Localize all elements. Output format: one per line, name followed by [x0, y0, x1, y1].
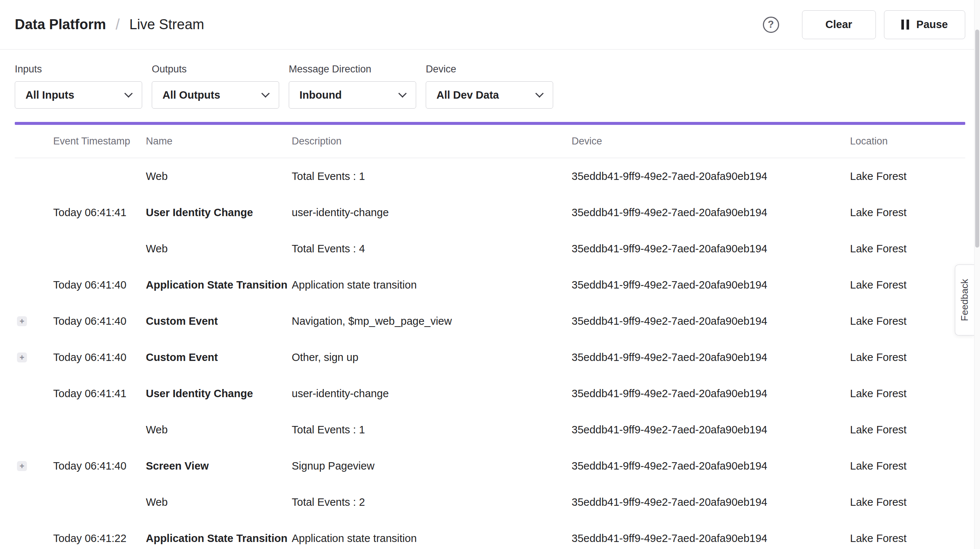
table-row[interactable]: + Web Total Events : 2 35eddb41-9ff9-49e…	[15, 484, 965, 520]
column-header-description: Description	[292, 136, 572, 147]
event-device: 35eddb41-9ff9-49e2-7aed-20afa90eb194	[572, 424, 850, 436]
accent-divider	[15, 122, 965, 125]
event-timestamp: Today 06:41:40	[53, 351, 146, 364]
message-direction-select[interactable]: Inbound	[289, 81, 416, 109]
event-device: 35eddb41-9ff9-49e2-7aed-20afa90eb194	[572, 460, 850, 472]
event-description: Application state transition	[292, 279, 572, 291]
breadcrumb-data-platform[interactable]: Data Platform	[15, 17, 106, 32]
event-device: 35eddb41-9ff9-49e2-7aed-20afa90eb194	[572, 279, 850, 291]
event-name: User Identity Change	[146, 206, 292, 219]
table-row[interactable]: + Web Total Events : 1 35eddb41-9ff9-49e…	[15, 158, 965, 194]
header-actions: ? Clear Pause	[763, 10, 965, 39]
device-select-value: All Dev Data	[436, 89, 499, 101]
event-table-body: + Web Total Events : 1 35eddb41-9ff9-49e…	[15, 158, 965, 549]
table-row[interactable]: + Web Total Events : 1 35eddb41-9ff9-49e…	[15, 412, 965, 448]
event-location: Lake Forest	[850, 279, 965, 291]
expand-icon[interactable]: +	[17, 353, 27, 362]
event-location: Lake Forest	[850, 206, 965, 219]
feedback-tab[interactable]: Feedback	[955, 265, 974, 335]
event-name: Web	[146, 496, 292, 508]
table-header-row: Event Timestamp Name Description Device …	[15, 125, 965, 158]
help-icon[interactable]: ?	[763, 17, 779, 33]
event-device: 35eddb41-9ff9-49e2-7aed-20afa90eb194	[572, 496, 850, 508]
pause-button[interactable]: Pause	[884, 10, 965, 39]
expand-cell: +	[15, 461, 53, 471]
table-row[interactable]: + Today 06:41:41 User Identity Change us…	[15, 194, 965, 231]
column-header-location: Location	[850, 136, 965, 147]
filter-inputs: Inputs All Inputs	[15, 64, 142, 109]
event-device: 35eddb41-9ff9-49e2-7aed-20afa90eb194	[572, 532, 850, 544]
page-header: Data Platform / Live Stream ? Clear Paus…	[0, 0, 980, 49]
event-location: Lake Forest	[850, 460, 965, 472]
event-name: Application State Transition	[146, 532, 292, 544]
event-description: Total Events : 1	[292, 424, 572, 436]
event-timestamp: Today 06:41:22	[53, 532, 146, 544]
filter-message-direction: Message Direction Inbound	[289, 64, 416, 109]
message-direction-select-value: Inbound	[299, 89, 342, 101]
event-description: Total Events : 2	[292, 496, 572, 508]
column-header-device: Device	[572, 136, 850, 147]
event-location: Lake Forest	[850, 388, 965, 400]
feedback-tab-label: Feedback	[959, 279, 970, 321]
event-location: Lake Forest	[850, 351, 965, 364]
filter-device-label: Device	[426, 64, 553, 75]
event-description: Other, sign up	[292, 351, 572, 364]
clear-button[interactable]: Clear	[802, 10, 876, 39]
table-row[interactable]: + Today 06:41:22 Application State Trans…	[15, 520, 965, 549]
event-description: user-identity-change	[292, 206, 572, 219]
chevron-down-icon	[261, 89, 270, 98]
event-description: Total Events : 1	[292, 170, 572, 182]
event-timestamp: Today 06:41:41	[53, 388, 146, 400]
expand-cell: +	[15, 244, 53, 254]
outputs-select-value: All Outputs	[162, 89, 220, 101]
live-stream-page: Data Platform / Live Stream ? Clear Paus…	[0, 0, 980, 549]
event-location: Lake Forest	[850, 170, 965, 182]
table-row[interactable]: + Today 06:41:40 Custom Event Other, sig…	[15, 339, 965, 375]
chevron-down-icon	[398, 89, 407, 98]
event-location: Lake Forest	[850, 315, 965, 327]
event-name: Custom Event	[146, 351, 292, 364]
chevron-down-icon	[535, 89, 544, 98]
event-device: 35eddb41-9ff9-49e2-7aed-20afa90eb194	[572, 206, 850, 219]
table-row[interactable]: + Today 06:41:41 User Identity Change us…	[15, 375, 965, 412]
event-table: Event Timestamp Name Description Device …	[15, 125, 965, 549]
event-device: 35eddb41-9ff9-49e2-7aed-20afa90eb194	[572, 388, 850, 400]
event-description: user-identity-change	[292, 388, 572, 400]
event-name: User Identity Change	[146, 388, 292, 400]
event-device: 35eddb41-9ff9-49e2-7aed-20afa90eb194	[572, 170, 850, 182]
table-row[interactable]: + Today 06:41:40 Application State Trans…	[15, 267, 965, 303]
table-row[interactable]: + Web Total Events : 4 35eddb41-9ff9-49e…	[15, 231, 965, 267]
outputs-select[interactable]: All Outputs	[152, 81, 279, 109]
scrollbar-thumb[interactable]	[975, 30, 979, 247]
pause-icon	[901, 19, 909, 30]
expand-cell: +	[15, 171, 53, 181]
breadcrumb-separator: /	[116, 16, 119, 33]
filters-bar: Inputs All Inputs Outputs All Outputs Me…	[0, 49, 980, 109]
event-name: Web	[146, 424, 292, 436]
event-timestamp: Today 06:41:41	[53, 206, 146, 219]
event-name: Web	[146, 243, 292, 255]
expand-cell: +	[15, 425, 53, 435]
expand-cell: +	[15, 353, 53, 362]
column-header-name: Name	[146, 136, 292, 147]
event-name: Web	[146, 170, 292, 182]
inputs-select-value: All Inputs	[25, 89, 74, 101]
expand-icon[interactable]: +	[17, 316, 27, 326]
table-row[interactable]: + Today 06:41:40 Custom Event Navigation…	[15, 303, 965, 339]
inputs-select[interactable]: All Inputs	[15, 81, 142, 109]
expand-cell: +	[15, 316, 53, 326]
event-device: 35eddb41-9ff9-49e2-7aed-20afa90eb194	[572, 351, 850, 364]
expand-icon[interactable]: +	[17, 461, 27, 471]
event-location: Lake Forest	[850, 496, 965, 508]
scrollbar[interactable]	[974, 0, 980, 549]
device-select[interactable]: All Dev Data	[426, 81, 553, 109]
event-description: Total Events : 4	[292, 243, 572, 255]
event-location: Lake Forest	[850, 424, 965, 436]
event-location: Lake Forest	[850, 532, 965, 544]
event-device: 35eddb41-9ff9-49e2-7aed-20afa90eb194	[572, 315, 850, 327]
event-device: 35eddb41-9ff9-49e2-7aed-20afa90eb194	[572, 243, 850, 255]
event-timestamp: Today 06:41:40	[53, 315, 146, 327]
table-row[interactable]: + Today 06:41:40 Screen View Signup Page…	[15, 448, 965, 484]
breadcrumb-live-stream: Live Stream	[129, 17, 204, 32]
expand-cell: +	[15, 497, 53, 507]
